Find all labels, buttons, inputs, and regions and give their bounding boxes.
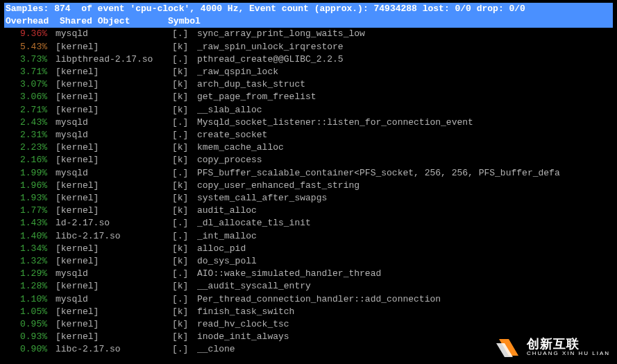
overhead-value: 1.28% — [6, 280, 56, 293]
perf-row[interactable]: 1.93%[kernel][k]system_call_after_swapgs — [4, 192, 613, 205]
symbol-tag: [.] — [172, 293, 197, 306]
perf-rows: 9.36%mysqld[.]sync_array_print_long_wait… — [4, 28, 613, 356]
perf-row[interactable]: 1.10%mysqld[.]Per_thread_connection_hand… — [4, 293, 613, 306]
perf-row[interactable]: 1.43%ld-2.17.so[.]_dl_allocate_tls_init — [4, 217, 613, 229]
perf-row[interactable]: 1.34%[kernel][k]alloc_pid — [4, 243, 613, 255]
shared-object: [kernel] — [56, 141, 172, 154]
perf-row[interactable]: 2.31%mysqld[.]create_socket — [4, 129, 613, 141]
perf-row[interactable]: 9.36%mysqld[.]sync_array_print_long_wait… — [4, 28, 613, 40]
perf-row[interactable]: 1.96%[kernel][k]copy_user_enhanced_fast_… — [4, 180, 613, 192]
shared-object: [kernel] — [56, 66, 172, 78]
overhead-value: 1.32% — [6, 255, 56, 268]
symbol-name: read_hv_clock_tsc — [197, 318, 289, 331]
shared-object: [kernel] — [56, 104, 172, 116]
shared-object: [kernel] — [56, 205, 172, 217]
symbol-tag: [k] — [172, 205, 197, 217]
overhead-value: 1.40% — [6, 230, 56, 243]
symbol-name: audit_alloc — [197, 205, 257, 217]
symbol-name: system_call_after_swapgs — [197, 192, 327, 205]
overhead-value: 2.43% — [6, 116, 56, 129]
symbol-name: finish_task_switch — [197, 306, 294, 318]
symbol-name: create_socket — [197, 129, 267, 141]
shared-object: mysqld — [56, 293, 172, 306]
symbol-tag: [.] — [172, 116, 197, 129]
perf-row[interactable]: 3.06%[kernel][k]get_page_from_freelist — [4, 91, 613, 103]
symbol-tag: [.] — [172, 28, 197, 40]
symbol-tag: [k] — [172, 104, 197, 116]
symbol-name: __clone — [197, 343, 235, 356]
symbol-name: _dl_allocate_tls_init — [197, 217, 311, 229]
overhead-value: 1.10% — [6, 293, 56, 306]
symbol-name: Per_thread_connection_handler::add_conne… — [197, 293, 441, 306]
perf-row[interactable]: 5.43%[kernel][k]_raw_spin_unlock_irqrest… — [4, 41, 613, 53]
perf-row[interactable]: 3.07%[kernel][k]arch_dup_task_struct — [4, 78, 613, 91]
perf-row[interactable]: 2.16%[kernel][k]copy_process — [4, 154, 613, 166]
overhead-value: 0.93% — [6, 331, 56, 343]
perf-row[interactable]: 1.77%[kernel][k]audit_alloc — [4, 205, 613, 217]
perf-row[interactable]: 2.71%[kernel][k]__slab_alloc — [4, 104, 613, 116]
perf-row[interactable]: 2.23%[kernel][k]kmem_cache_alloc — [4, 141, 613, 154]
perf-row[interactable]: 1.29%mysqld[.]AIO::wake_simulated_handle… — [4, 268, 613, 280]
overhead-value: 0.95% — [6, 318, 56, 331]
symbol-name: arch_dup_task_struct — [197, 78, 305, 91]
symbol-tag: [k] — [172, 306, 197, 318]
symbol-name: pthread_create@@GLIBC_2.2.5 — [197, 53, 344, 66]
shared-object: [kernel] — [56, 154, 172, 166]
perf-row[interactable]: 1.99%mysqld[.]PFS_buffer_scalable_contai… — [4, 167, 613, 180]
perf-row[interactable]: 3.73%libpthread-2.17.so[.]pthread_create… — [4, 53, 613, 66]
shared-object: mysqld — [56, 28, 172, 40]
overhead-value: 1.99% — [6, 167, 56, 180]
symbol-name: do_sys_poll — [197, 255, 257, 268]
symbol-tag: [k] — [172, 280, 197, 293]
symbol-tag: [.] — [172, 53, 197, 66]
shared-object: libc-2.17.so — [56, 343, 172, 356]
symbol-tag: [.] — [172, 129, 197, 141]
symbol-tag: [k] — [172, 154, 197, 166]
symbol-name: PFS_buffer_scalable_container<PFS_socket… — [197, 167, 560, 180]
symbol-tag: [k] — [172, 255, 197, 268]
shared-object: mysqld — [56, 129, 172, 141]
perf-row[interactable]: 1.32%[kernel][k]do_sys_poll — [4, 255, 613, 268]
symbol-tag: [.] — [172, 230, 197, 243]
symbol-tag: [k] — [172, 192, 197, 205]
columns-header: Overhead Shared Object Symbol — [4, 15, 613, 28]
overhead-value: 0.90% — [6, 343, 56, 356]
shared-object: [kernel] — [56, 318, 172, 331]
symbol-tag: [k] — [172, 141, 197, 154]
symbol-name: sync_array_print_long_waits_low — [197, 28, 365, 40]
symbol-tag: [k] — [172, 243, 197, 255]
perf-report-terminal[interactable]: Samples: 874 of event 'cpu-clock', 4000 … — [0, 0, 617, 364]
perf-row[interactable]: 1.40%libc-2.17.so[.]_int_malloc — [4, 230, 613, 243]
overhead-value: 1.77% — [6, 205, 56, 217]
symbol-tag: [.] — [172, 343, 197, 356]
samples-header: Samples: 874 of event 'cpu-clock', 4000 … — [4, 3, 613, 15]
symbol-tag: [k] — [172, 91, 197, 103]
symbol-tag: [.] — [172, 167, 197, 180]
perf-row[interactable]: 2.43%mysqld[.]Mysqld_socket_listener::li… — [4, 116, 613, 129]
perf-row[interactable]: 1.05%[kernel][k]finish_task_switch — [4, 306, 613, 318]
shared-object: [kernel] — [56, 192, 172, 205]
perf-row[interactable]: 0.93%[kernel][k]inode_init_always — [4, 331, 613, 343]
perf-row[interactable]: 0.95%[kernel][k]read_hv_clock_tsc — [4, 318, 613, 331]
perf-row[interactable]: 3.71%[kernel][k]_raw_qspin_lock — [4, 66, 613, 78]
symbol-tag: [.] — [172, 217, 197, 229]
symbol-name: _raw_spin_unlock_irqrestore — [197, 41, 344, 53]
symbol-tag: [k] — [172, 331, 197, 343]
overhead-value: 5.43% — [6, 41, 56, 53]
overhead-value: 2.23% — [6, 141, 56, 154]
shared-object: mysqld — [56, 116, 172, 129]
perf-row[interactable]: 1.28%[kernel][k]__audit_syscall_entry — [4, 280, 613, 293]
symbol-tag: [k] — [172, 78, 197, 91]
overhead-value: 9.36% — [6, 28, 56, 40]
shared-object: mysqld — [56, 268, 172, 280]
shared-object: [kernel] — [56, 243, 172, 255]
symbol-name: copy_user_enhanced_fast_string — [197, 180, 360, 192]
shared-object: mysqld — [56, 167, 172, 180]
overhead-value: 2.71% — [6, 104, 56, 116]
col-symbol: Symbol — [168, 16, 201, 26]
perf-row[interactable]: 0.90%libc-2.17.so[.]__clone — [4, 343, 613, 356]
symbol-tag: [k] — [172, 41, 197, 53]
shared-object: [kernel] — [56, 78, 172, 91]
overhead-value: 3.71% — [6, 66, 56, 78]
symbol-tag: [k] — [172, 180, 197, 192]
